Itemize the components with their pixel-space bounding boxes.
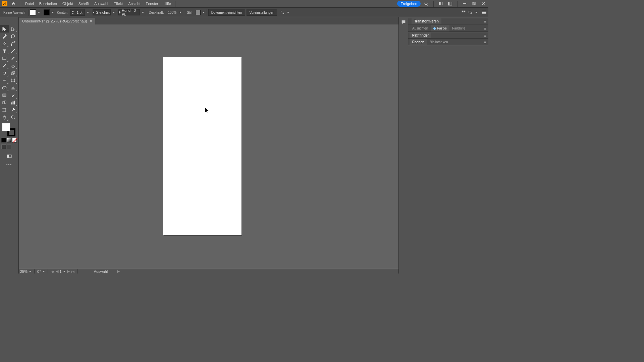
- tab-pathfinder[interactable]: Pathfinder: [410, 33, 431, 38]
- document-setup-button[interactable]: Dokument einrichten: [208, 9, 245, 16]
- fill-swatch[interactable]: [30, 9, 36, 15]
- curvature-tool[interactable]: [9, 40, 17, 47]
- search-icon[interactable]: [423, 0, 430, 7]
- artboard-next-icon[interactable]: ▶: [67, 269, 70, 274]
- comments-panel-icon[interactable]: [400, 18, 407, 26]
- menu-edit[interactable]: Bearbeiten: [37, 1, 60, 7]
- artboard-tool[interactable]: [0, 106, 9, 114]
- rotate-value[interactable]: 0°: [37, 269, 41, 274]
- isolate-icon[interactable]: [280, 10, 285, 15]
- restore-button[interactable]: [470, 1, 478, 7]
- tab-color-guide[interactable]: Farbhilfe: [449, 25, 468, 31]
- blend-tool[interactable]: [0, 99, 9, 106]
- fill-dropdown[interactable]: [37, 9, 41, 15]
- artboard[interactable]: [163, 57, 241, 235]
- panel-menu-icon[interactable]: ≡: [482, 19, 488, 23]
- zoom-tool[interactable]: [9, 114, 17, 121]
- tab-align[interactable]: Ausrichten: [410, 25, 431, 31]
- rectangle-tool[interactable]: [0, 55, 9, 62]
- paintbrush-tool[interactable]: [9, 55, 17, 62]
- panel-menu-icon[interactable]: ≡: [482, 40, 488, 44]
- free-transform-tool[interactable]: [9, 77, 17, 84]
- zoom-dropdown[interactable]: [29, 270, 32, 273]
- stroke-weight-dropdown[interactable]: [86, 9, 90, 15]
- preferences-button[interactable]: Voreinstellungen: [247, 9, 277, 16]
- artboard-dropdown[interactable]: [63, 270, 66, 273]
- shape-builder-tool[interactable]: [0, 84, 9, 92]
- artboard-number[interactable]: 1: [60, 269, 62, 274]
- lasso-tool[interactable]: [9, 33, 17, 40]
- arrange-icon[interactable]: [437, 0, 444, 7]
- color-mode-gradient[interactable]: [7, 138, 11, 142]
- perspective-tool[interactable]: [9, 84, 17, 92]
- stroke-profile-dropdown[interactable]: [112, 9, 115, 15]
- close-button[interactable]: [480, 1, 487, 7]
- share-button[interactable]: Freigeben: [397, 1, 421, 7]
- rotate-dropdown[interactable]: [42, 270, 45, 273]
- workspace-icon[interactable]: [446, 0, 454, 7]
- tab-layers[interactable]: Ebenen: [410, 39, 427, 45]
- home-icon[interactable]: [10, 0, 17, 7]
- artboard-prev-icon[interactable]: ◀: [56, 269, 58, 274]
- opacity-value[interactable]: 100%: [167, 11, 178, 14]
- stroke-dropdown[interactable]: [51, 9, 54, 15]
- screen-mode-full[interactable]: [7, 144, 11, 149]
- transform-panel-icon[interactable]: [468, 10, 473, 15]
- pencil-tool[interactable]: [0, 62, 9, 69]
- canvas[interactable]: [19, 24, 398, 269]
- more-tools-icon[interactable]: •••: [0, 163, 18, 167]
- pen-tool[interactable]: [0, 40, 9, 47]
- artboard-first-icon[interactable]: ⏮: [51, 269, 54, 274]
- panel-menu-icon[interactable]: ≡: [482, 26, 488, 31]
- fill-indicator[interactable]: [2, 123, 10, 131]
- isolate-dropdown[interactable]: [286, 9, 290, 15]
- stroke-weight-field[interactable]: 1 pt: [70, 9, 85, 16]
- stroke-profile[interactable]: Gleichm.: [93, 9, 111, 15]
- minimize-button[interactable]: [461, 1, 468, 7]
- align-panel-icon[interactable]: [461, 10, 466, 15]
- fill-stroke-indicator[interactable]: [2, 123, 15, 136]
- menu-type[interactable]: Schrift: [76, 1, 92, 7]
- line-tool[interactable]: [9, 47, 17, 55]
- close-icon[interactable]: ×: [90, 19, 92, 23]
- style-dropdown[interactable]: [202, 9, 205, 15]
- menu-effect[interactable]: Effekt: [111, 1, 125, 7]
- control-menu-icon[interactable]: [482, 10, 486, 14]
- eyedropper-tool[interactable]: [9, 92, 17, 99]
- tab-libraries[interactable]: Bibliotheken: [427, 39, 450, 45]
- column-graph-tool[interactable]: [9, 99, 17, 106]
- width-tool[interactable]: [0, 77, 9, 84]
- tab-color[interactable]: ◆Farbe: [431, 25, 449, 32]
- tab-transform[interactable]: Transformieren: [412, 18, 441, 24]
- status-popup-icon[interactable]: ▶: [117, 269, 120, 274]
- artboard-last-icon[interactable]: ⏭: [71, 269, 75, 274]
- menu-select[interactable]: Auswahl: [92, 1, 111, 7]
- zoom-value[interactable]: 25%: [20, 269, 28, 274]
- color-mode-none[interactable]: [12, 138, 17, 142]
- menu-file[interactable]: Datei: [22, 1, 37, 7]
- brush-definition[interactable]: Rund - 3 Pt.: [118, 9, 140, 15]
- rotate-tool[interactable]: [0, 69, 9, 77]
- magic-wand-tool[interactable]: [0, 33, 9, 40]
- screen-mode-normal[interactable]: [1, 144, 6, 149]
- transform-panel-dropdown[interactable]: [475, 9, 478, 15]
- eraser-tool[interactable]: [9, 62, 17, 69]
- slice-tool[interactable]: [9, 106, 17, 114]
- document-tab[interactable]: Unbenannt-1* @ 25 % (RGB/Vorschau) ×: [19, 18, 95, 24]
- hand-tool[interactable]: [0, 114, 9, 121]
- menu-object[interactable]: Objekt: [60, 1, 76, 7]
- stroke-swatch[interactable]: [44, 9, 50, 15]
- brush-dropdown[interactable]: [141, 9, 145, 15]
- menu-window[interactable]: Fenster: [143, 1, 161, 7]
- style-swatch[interactable]: [195, 10, 201, 15]
- panel-menu-icon[interactable]: ≡: [482, 34, 488, 38]
- opacity-dropdown[interactable]: [179, 9, 182, 15]
- menu-help[interactable]: Hilfe: [161, 1, 174, 7]
- menu-view[interactable]: Ansicht: [125, 1, 143, 7]
- scale-tool[interactable]: [9, 69, 17, 77]
- edit-toolbar[interactable]: [5, 153, 14, 160]
- gradient-tool[interactable]: [0, 92, 9, 99]
- selection-tool[interactable]: [0, 25, 9, 33]
- direct-selection-tool[interactable]: [9, 25, 17, 33]
- type-tool[interactable]: [0, 47, 9, 55]
